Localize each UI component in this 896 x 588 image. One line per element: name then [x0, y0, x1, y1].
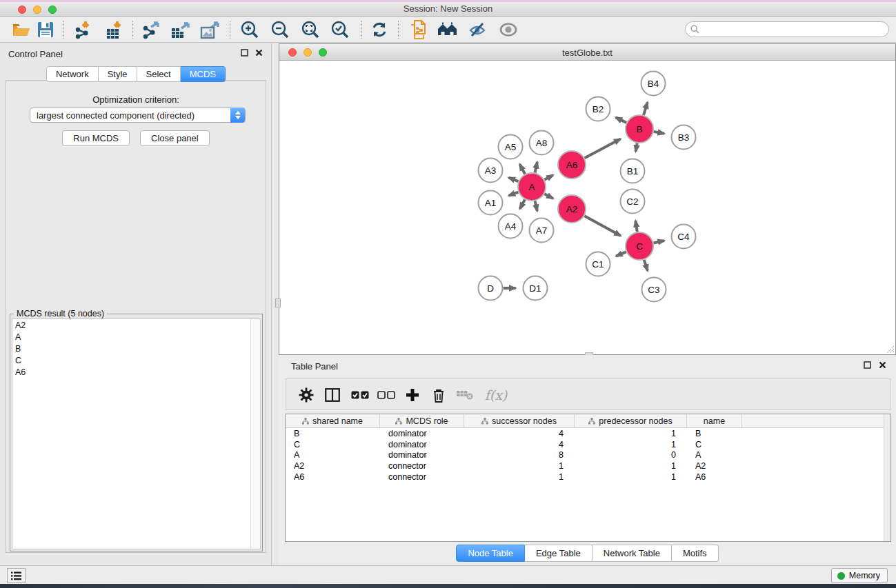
- table-cell-name[interactable]: A6: [687, 472, 742, 482]
- memory-status-button[interactable]: Memory: [831, 568, 888, 583]
- table-cell-mcds_role[interactable]: dominator: [380, 440, 464, 449]
- table-cell-mcds_role[interactable]: dominator: [380, 429, 464, 438]
- home-layout-button[interactable]: [435, 19, 460, 41]
- hide-graphics-details-button[interactable]: [465, 19, 490, 41]
- task-history-button[interactable]: [7, 568, 26, 583]
- deselect-all-columns-button[interactable]: [375, 384, 398, 406]
- graph-node-A2[interactable]: A2: [558, 195, 586, 223]
- table-cell-name[interactable]: B: [687, 429, 742, 438]
- table-cell-predecessor_nodes[interactable]: 1: [575, 429, 687, 438]
- graph-node-A8[interactable]: A8: [530, 131, 554, 155]
- tab-network-table[interactable]: Network Table: [593, 545, 672, 562]
- global-search-field[interactable]: [685, 21, 889, 37]
- graph-node-B1[interactable]: B1: [621, 159, 645, 183]
- tab-node-table[interactable]: Node Table: [456, 545, 525, 562]
- graph-edge-A-A4[interactable]: [520, 199, 525, 209]
- zoom-fit-button[interactable]: [298, 19, 323, 41]
- function-builder-button[interactable]: f(x): [481, 384, 511, 406]
- column-header-name[interactable]: name: [687, 414, 742, 427]
- table-cell-successor_nodes[interactable]: 8: [464, 450, 575, 460]
- graph-node-A1[interactable]: A1: [479, 191, 503, 215]
- graph-node-A4[interactable]: A4: [499, 214, 523, 239]
- open-file-button[interactable]: [9, 19, 34, 41]
- result-list-item[interactable]: C: [12, 354, 260, 366]
- graph-node-C2[interactable]: C2: [621, 190, 645, 214]
- graph-edge-A6-B[interactable]: [585, 139, 621, 159]
- criterion-dropdown[interactable]: largest connected component (directed): [30, 108, 246, 123]
- graph-edge-B-B2[interactable]: [616, 117, 626, 122]
- select-all-columns-button[interactable]: [348, 384, 372, 406]
- close-table-panel-icon[interactable]: [879, 361, 886, 369]
- table-row[interactable]: Bdominator41B: [286, 428, 890, 439]
- export-table-button[interactable]: [168, 19, 193, 41]
- result-list-item[interactable]: A2: [12, 319, 260, 331]
- refresh-view-button[interactable]: [367, 19, 392, 41]
- table-cell-predecessor_nodes[interactable]: 1: [575, 461, 687, 471]
- column-header-mcds-role[interactable]: MCDS role: [380, 414, 464, 427]
- graph-node-A7[interactable]: A7: [530, 219, 554, 243]
- table-cell-successor_nodes[interactable]: 1: [464, 461, 575, 471]
- search-input[interactable]: [702, 23, 883, 36]
- graph-node-B4[interactable]: B4: [641, 72, 666, 96]
- table-settings-button[interactable]: [295, 384, 318, 406]
- table-cell-mcds_role[interactable]: connector: [380, 461, 464, 471]
- table-cell-mcds_role[interactable]: connector: [380, 472, 464, 482]
- network-window-titlebar[interactable]: testGlobe.txt: [279, 44, 895, 61]
- result-list-item[interactable]: A6: [12, 366, 260, 378]
- table-cell-mcds_role[interactable]: dominator: [380, 450, 464, 460]
- tab-edge-table[interactable]: Edge Table: [525, 545, 593, 562]
- table-cell-shared_name[interactable]: B: [286, 429, 380, 438]
- tab-style[interactable]: Style: [99, 66, 137, 82]
- table-cell-shared_name[interactable]: A6: [286, 472, 380, 482]
- graph-edge-A-A5[interactable]: [519, 164, 525, 174]
- mcds-result-list[interactable]: A2ABCA6: [12, 318, 261, 549]
- table-cell-successor_nodes[interactable]: 4: [464, 429, 575, 438]
- table-cell-predecessor_nodes[interactable]: 1: [575, 440, 687, 449]
- graph-node-B[interactable]: B: [626, 115, 653, 143]
- graph-node-C1[interactable]: C1: [586, 252, 610, 276]
- west-splitter-grip[interactable]: [275, 298, 281, 307]
- network-from-selection-button[interactable]: [406, 19, 430, 41]
- graph-node-C4[interactable]: C4: [672, 225, 696, 249]
- result-list-item[interactable]: B: [12, 343, 260, 354]
- result-list-item[interactable]: A: [12, 331, 260, 343]
- save-session-button[interactable]: [33, 19, 58, 41]
- graph-edge-A-A2[interactable]: [544, 194, 552, 199]
- graph-node-A6[interactable]: A6: [558, 151, 586, 179]
- table-row[interactable]: A6connector11A6: [286, 472, 890, 483]
- graph-edge-C-C1[interactable]: [616, 252, 626, 256]
- graph-node-A3[interactable]: A3: [479, 159, 503, 183]
- graph-edge-B-B1[interactable]: [636, 143, 637, 152]
- float-panel-icon[interactable]: [241, 49, 248, 57]
- graph-edge-A-A8[interactable]: [535, 162, 537, 173]
- table-row[interactable]: Cdominator41C: [286, 439, 890, 450]
- graph-edge-C-C3[interactable]: [644, 260, 648, 271]
- zoom-in-button[interactable]: [237, 19, 262, 41]
- tab-network[interactable]: Network: [46, 66, 99, 82]
- graph-edge-A-A3[interactable]: [508, 178, 518, 182]
- table-row[interactable]: Adominator80A: [286, 450, 890, 461]
- show-graphics-details-button[interactable]: [496, 19, 521, 41]
- graph-edge-B-B3[interactable]: [654, 132, 664, 134]
- graph-edge-C-C2[interactable]: [635, 221, 637, 232]
- tab-motifs[interactable]: Motifs: [672, 545, 719, 562]
- create-column-button[interactable]: [401, 384, 424, 406]
- zoom-out-button[interactable]: [268, 19, 292, 41]
- close-panel-icon[interactable]: [255, 49, 263, 57]
- table-scrollbar[interactable]: [884, 414, 890, 541]
- import-table-button[interactable]: [102, 19, 127, 41]
- tab-mcds[interactable]: MCDS: [181, 66, 226, 82]
- graph-edge-A-A6[interactable]: [544, 175, 552, 180]
- graph-edge-A2-C[interactable]: [584, 216, 620, 236]
- table-cell-name[interactable]: A2: [687, 461, 742, 471]
- graph-edge-B-B4[interactable]: [644, 102, 648, 115]
- table-cell-shared_name[interactable]: C: [286, 440, 380, 449]
- delete-table-button[interactable]: [453, 384, 477, 406]
- float-table-panel-icon[interactable]: [864, 361, 871, 369]
- graph-node-D1[interactable]: D1: [524, 276, 548, 301]
- table-cell-successor_nodes[interactable]: 4: [464, 440, 575, 449]
- graph-node-C3[interactable]: C3: [642, 278, 666, 302]
- table-cell-name[interactable]: A: [687, 450, 742, 460]
- delete-column-button[interactable]: [427, 384, 450, 406]
- table-cell-successor_nodes[interactable]: 1: [464, 472, 575, 482]
